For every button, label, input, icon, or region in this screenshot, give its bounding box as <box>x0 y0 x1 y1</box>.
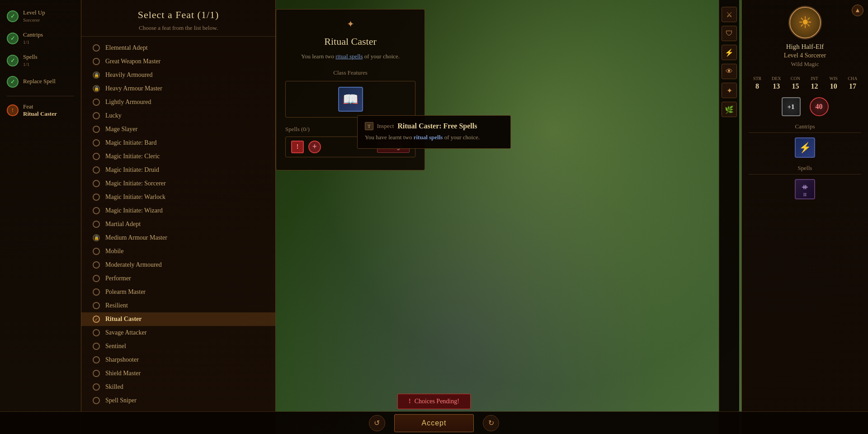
accept-button[interactable]: Accept <box>394 414 474 432</box>
nav-icon-lightning[interactable]: ⚡ <box>722 45 737 60</box>
feat-list-item-sentinel[interactable]: Sentinel <box>81 340 275 353</box>
feat-radio-lightly-armoured <box>93 99 100 106</box>
cantrips-icon: ✓ <box>7 33 19 44</box>
feat-list-item-mage-slayer[interactable]: Mage Slayer <box>81 123 275 136</box>
feat-list-item-spell-sniper[interactable]: Spell Sniper <box>81 394 275 407</box>
feat-radio-heavy-armour-master <box>93 85 100 92</box>
cantrips-sub: 1/1 <box>23 39 43 45</box>
progress-replace-spell[interactable]: ✓ Replace Spell <box>7 76 74 88</box>
feat-list-item-martial-adept[interactable]: Martial Adept <box>81 217 275 231</box>
feat-name-lightly-armoured: Lightly Armoured <box>105 99 151 106</box>
feat-list-item-polearm-master[interactable]: Polearm Master <box>81 285 275 299</box>
feat-name-ritual-caster: Ritual Caster <box>105 316 142 323</box>
feat-name-heavily-armoured: Heavily Armoured <box>105 71 153 79</box>
feat-radio-magic-initiate-warlock <box>93 193 100 201</box>
character-subclass: Wild Magic <box>749 61 861 68</box>
spells-label: Spells <box>23 53 38 61</box>
feat-name-savage-attacker: Savage Attacker <box>105 329 146 336</box>
feat-list-item-lightly-armoured[interactable]: Lightly Armoured <box>81 95 275 109</box>
nav-icon-nature[interactable]: 🌿 <box>722 102 737 117</box>
stat-cha: CHA 17 <box>844 76 861 90</box>
level-up-label: Level Up <box>23 9 45 17</box>
progress-level-up[interactable]: ✓ Level Up Sorcerer <box>7 9 74 23</box>
feat-list-item-savage-attacker[interactable]: Savage Attacker <box>81 326 275 340</box>
feat-label: Feat <box>23 103 57 111</box>
feat-list-item-resilient[interactable]: Resilient <box>81 299 275 312</box>
feat-list-item-great-weapon-master[interactable]: Great Weapon Master <box>81 55 275 68</box>
right-panel-top-button[interactable]: ▲ <box>852 5 863 16</box>
cantrip-icon-1[interactable]: ⚡ <box>795 137 815 158</box>
feat-radio-lucky <box>93 112 100 119</box>
tooltip-highlight: ritual spells <box>414 134 443 141</box>
feat-radio-sharpshooter <box>93 356 100 363</box>
feat-name-moderately-armoured: Moderately Armoured <box>105 261 162 269</box>
tooltip-box: T Inspect Ritual Caster: Free Spells You… <box>357 115 511 149</box>
spells-section-label: Spells <box>749 165 861 175</box>
feat-radio-sentinel <box>93 343 100 350</box>
feat-list-item-moderately-armoured[interactable]: Moderately Armoured <box>81 258 275 272</box>
feat-name-magic-initiate-wizard: Magic Initiate: Wizard <box>105 207 163 214</box>
stat-str: STR 8 <box>749 76 766 90</box>
feat-list-item-magic-initiate-cleric[interactable]: Magic Initiate: Cleric <box>81 150 275 163</box>
feat-name-lucky: Lucky <box>105 112 122 119</box>
feat-list-item-magic-initiate-druid[interactable]: Magic Initiate: Druid <box>81 163 275 177</box>
feat-list-item-magic-initiate-sorcerer[interactable]: Magic Initiate: Sorcerer <box>81 177 275 190</box>
feat-list-scroll[interactable]: Elemental AdeptGreat Weapon MasterHeavil… <box>81 37 275 434</box>
feat-name-performer: Performer <box>105 275 131 282</box>
feat-name-heavy-armour-master: Heavy Armour Master <box>105 85 162 92</box>
right-panel: ▲ ☀ High Half-Elf Level 4 Sorcerer Wild … <box>741 0 868 434</box>
feat-name-magic-initiate-cleric: Magic Initiate: Cleric <box>105 153 160 160</box>
spells-sub: 1/1 <box>23 61 38 67</box>
stat-wis: WIS 10 <box>825 76 842 90</box>
progress-feat[interactable]: ! Feat Ritual Caster <box>7 96 74 118</box>
feat-list-item-elemental-adept[interactable]: Elemental Adept <box>81 41 275 55</box>
feat-radio-resilient <box>93 302 100 309</box>
cantrips-label: Cantrips <box>23 31 43 39</box>
back-button[interactable]: ↺ <box>369 415 385 431</box>
feat-list-item-lucky[interactable]: Lucky <box>81 109 275 123</box>
feat-list-item-performer[interactable]: Performer <box>81 272 275 285</box>
feat-list-panel: Select a Feat (1/1) Choose a feat from t… <box>81 0 276 434</box>
nav-icon-sword[interactable]: ⚔ <box>722 7 737 22</box>
feat-list-item-sharpshooter[interactable]: Sharpshooter <box>81 353 275 367</box>
feat-radio-magic-initiate-sorcerer <box>93 180 100 187</box>
feat-name-sharpshooter: Sharpshooter <box>105 356 139 363</box>
bottom-bar: ↺ Accept ↻ <box>0 411 868 434</box>
replace-spell-label: Replace Spell <box>23 78 56 85</box>
forward-button[interactable]: ↻ <box>483 415 499 431</box>
feat-list-item-magic-initiate-wizard[interactable]: Magic Initiate: Wizard <box>81 204 275 217</box>
feat-list-item-shield-master[interactable]: Shield Master <box>81 367 275 380</box>
feat-name-shield-master: Shield Master <box>105 370 141 377</box>
nav-icon-star[interactable]: ✦ <box>722 83 737 98</box>
character-race: High Half-Elf <box>749 43 861 51</box>
feat-value: Ritual Caster <box>23 110 57 118</box>
feat-list-item-medium-armour-master[interactable]: Medium Armour Master <box>81 231 275 245</box>
hp-badge: 40 <box>810 97 829 116</box>
feat-list-item-ritual-caster[interactable]: Ritual Caster <box>81 312 275 326</box>
tooltip-key: T <box>365 122 373 130</box>
feat-radio-elemental-adept <box>93 44 100 52</box>
feat-list-item-mobile[interactable]: Mobile <box>81 245 275 258</box>
spells-icons-row: ᚑ II <box>749 179 861 199</box>
nav-icon-shield[interactable]: 🛡 <box>722 26 737 41</box>
feat-name-elemental-adept: Elemental Adept <box>105 44 148 52</box>
progress-cantrips[interactable]: ✓ Cantrips 1/1 <box>7 31 74 45</box>
nav-icon-eye[interactable]: 👁 <box>722 64 737 79</box>
feat-list-item-heavily-armoured[interactable]: Heavily Armoured <box>81 68 275 82</box>
feat-radio-spell-sniper <box>93 397 100 404</box>
feat-name-great-weapon-master: Great Weapon Master <box>105 58 160 65</box>
feat-list-item-skilled[interactable]: Skilled <box>81 380 275 394</box>
character-class: Level 4 Sorcerer <box>749 52 861 59</box>
stats-grid: STR 8 DEX 13 CON 15 INT 12 WIS 10 CHA 17 <box>749 76 861 90</box>
feat-radio-mobile <box>93 248 100 255</box>
feat-list-item-magic-initiate-warlock[interactable]: Magic Initiate: Warlock <box>81 190 275 204</box>
feat-radio-magic-initiate-bard <box>93 139 100 146</box>
spell-icon-1[interactable]: ᚑ II <box>795 179 815 199</box>
progress-spells[interactable]: ✓ Spells 1/1 <box>7 53 74 67</box>
spell-plus-icon: + <box>308 141 321 153</box>
progress-panel: ✓ Level Up Sorcerer ✓ Cantrips 1/1 ✓ Spe… <box>0 0 81 434</box>
feat-list-item-heavy-armour-master[interactable]: Heavy Armour Master <box>81 82 275 95</box>
level-up-icon: ✓ <box>7 10 19 22</box>
class-feature-spell-icon[interactable]: 📖 <box>338 87 363 112</box>
feat-list-item-magic-initiate-bard[interactable]: Magic Initiate: Bard <box>81 136 275 150</box>
